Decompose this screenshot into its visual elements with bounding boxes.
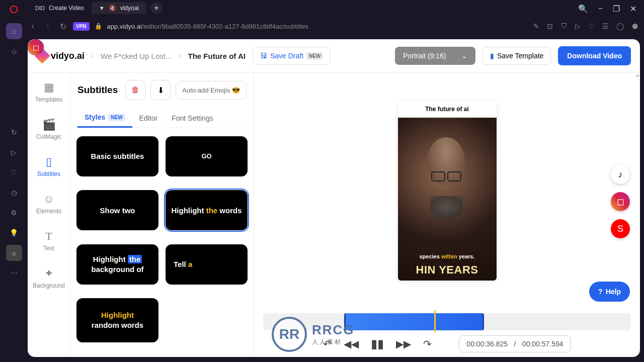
play-url-icon[interactable]: ▷ <box>575 22 581 30</box>
subtitle-overlay: species within years. <box>398 253 497 259</box>
clock-icon[interactable]: ◷ <box>6 185 22 201</box>
scrollbar[interactable] <box>635 74 639 352</box>
auto-emoji-button[interactable]: Auto-add Emojis 😎 <box>176 81 247 100</box>
tab-label: Styles <box>85 113 105 121</box>
cube-icon[interactable]: ⬢ <box>632 22 638 30</box>
templates-icon: ▦ <box>44 81 54 94</box>
settings-icon[interactable]: ⚙ <box>6 205 22 221</box>
nav-subtitles[interactable]: ▯ Subtitles <box>31 152 66 180</box>
nav-cutmagic[interactable]: 🎬 CutMagic <box>31 115 66 143</box>
star-icon[interactable]: ☆ <box>6 43 22 59</box>
cutmagic-icon: 🎬 <box>42 118 56 131</box>
chevron-right-icon: › <box>179 52 181 59</box>
minimize-icon[interactable]: − <box>598 4 603 14</box>
style-highlight-words[interactable]: Highlight the words <box>166 190 248 230</box>
restore-icon[interactable]: ❐ <box>613 4 620 14</box>
style-show-two[interactable]: Show two <box>76 190 158 230</box>
brand[interactable]: vidyo.ai <box>37 50 85 61</box>
elements-icon: ☺ <box>43 193 54 206</box>
heart-url-icon[interactable]: ♡ <box>588 22 595 30</box>
style-tell[interactable]: Tell a <box>166 244 248 285</box>
more-icon[interactable]: ⋯ <box>6 265 22 281</box>
video-preview[interactable]: The future of ai species within years. H… <box>398 101 497 281</box>
tab-label: Create Video <box>49 5 84 12</box>
subtitles-panel: Subtitles 🗑 ⬇ Auto-add Emojis 😎 Styles N… <box>70 72 254 357</box>
instagram-button[interactable]: ◻ <box>611 192 630 211</box>
url-field[interactable]: app.vidyo.ai/editor/9ba80535-865f-4302-a… <box>107 23 528 30</box>
redo-icon[interactable]: ↷ <box>423 338 432 350</box>
aspect-ratio-dropdown[interactable]: Portrait (9:16) ⌄ <box>395 47 475 65</box>
breadcrumb-current[interactable]: The Future of AI <box>188 52 245 60</box>
back-icon[interactable]: ‹ <box>28 22 38 31</box>
style-basic[interactable]: Basic subtitles <box>76 136 158 176</box>
url-path: /editor/9ba80535-865f-4302-a127-6d961c8d… <box>142 23 308 30</box>
search-icon[interactable]: 🔍 <box>578 4 588 14</box>
a-badge-icon[interactable]: a <box>6 245 22 261</box>
tab-styles[interactable]: Styles NEW <box>77 108 132 128</box>
play-sidebar-icon[interactable]: ▷ <box>6 144 22 160</box>
style-highlight-bg[interactable]: Highlight the background of <box>76 244 158 285</box>
save-icon: 🖫 <box>260 52 267 60</box>
history-icon[interactable]: ↻ <box>6 124 22 140</box>
tab-editor[interactable]: Editor <box>132 108 165 128</box>
background-icon: ✦ <box>44 267 53 280</box>
left-nav: ▦ Templates 🎬 CutMagic ▯ Subtitles ☺ Ele… <box>28 72 70 357</box>
social-buttons: ♪ ◻ S <box>611 165 630 238</box>
panel-header: Subtitles 🗑 ⬇ Auto-add Emojis 😎 <box>70 72 254 108</box>
url-actions: ✎ ⊡ ⛉ ▷ ♡ ☰ ◯ ⬢ <box>533 22 638 30</box>
opera-sidebar: O ⌂ ☆ ✦ ◉ ✉ ✆ ➤ ◻ ↻ ▷ ♡ ◷ ⚙ 💡 a ⋯ <box>0 0 28 362</box>
nav-label: Background <box>33 282 65 289</box>
playhead[interactable] <box>434 310 436 332</box>
style-text: Tell <box>174 260 188 268</box>
help-button[interactable]: ? Help <box>589 282 630 302</box>
instagram-app-icon[interactable]: ◻ <box>28 39 44 55</box>
heart-icon[interactable]: ♡ <box>6 164 22 180</box>
nav-text[interactable]: T Text <box>31 227 66 255</box>
save-template-button[interactable]: ▮ Save Template <box>482 47 551 65</box>
breadcrumb[interactable]: We F*cked Up Lost... <box>101 52 172 60</box>
profile-icon[interactable]: ◯ <box>616 22 624 30</box>
preview-area: The future of ai species within years. H… <box>254 72 640 309</box>
tab-font-settings[interactable]: Font Settings <box>165 108 220 128</box>
home-icon[interactable]: ⌂ <box>6 23 22 39</box>
list-icon[interactable]: ☰ <box>602 22 609 30</box>
new-tab-button[interactable]: + <box>150 2 163 14</box>
subtitle-text: species <box>419 253 441 259</box>
watermark-big: RRCG <box>312 322 355 338</box>
url-host: app.vidyo.ai <box>107 23 142 30</box>
bulb-icon[interactable]: 💡 <box>6 225 22 241</box>
app-header: vidyo.ai › We F*cked Up Lost... › The Fu… <box>28 39 640 73</box>
download-video-button[interactable]: Download Video <box>558 46 631 65</box>
browser-tab-active[interactable]: ▼ 🔇 vidyoai <box>92 2 146 14</box>
close-icon[interactable]: ✕ <box>630 4 636 14</box>
shorts-button[interactable]: S <box>611 219 630 238</box>
camera-icon[interactable]: ⊡ <box>547 22 553 30</box>
nav-templates[interactable]: ▦ Templates <box>31 78 66 106</box>
text-icon: T <box>45 230 52 243</box>
tab-favicon: ▼ <box>99 5 105 11</box>
timeline-clip[interactable] <box>344 313 484 330</box>
forward-icon[interactable]: ▶▶ <box>396 338 411 350</box>
shield-icon[interactable]: ⛉ <box>560 22 568 30</box>
tiktok-button[interactable]: ♪ <box>611 165 630 184</box>
time-current: 00:00:36.825 <box>466 340 508 348</box>
download-subtitles-button[interactable]: ⬇ <box>150 80 171 100</box>
url-bar: ‹ › ↻ VPN 🔒 app.vidyo.ai/editor/9ba80535… <box>0 16 644 36</box>
save-draft-button[interactable]: 🖫 Save Draft NEW <box>253 47 331 65</box>
browser-tab[interactable]: DID Create Video <box>28 2 92 14</box>
subtitle-text: years. <box>457 253 475 259</box>
vpn-badge[interactable]: VPN <box>73 22 90 31</box>
style-text: Highlight <box>172 206 206 215</box>
help-icon: ? <box>598 288 603 296</box>
style-text: Highlight <box>93 255 128 263</box>
play-pause-icon[interactable]: ▮▮ <box>371 337 384 351</box>
edit-icon[interactable]: ✎ <box>533 22 539 30</box>
style-go[interactable]: GO <box>166 136 248 176</box>
save-template-label: Save Template <box>497 52 543 60</box>
nav-elements[interactable]: ☺ Elements <box>31 190 66 218</box>
nav-background[interactable]: ✦ Background <box>31 264 66 292</box>
reload-icon[interactable]: ↻ <box>58 22 68 31</box>
style-random-words[interactable]: Highlightrandom words <box>76 298 158 342</box>
forward-icon[interactable]: › <box>43 22 53 31</box>
delete-button[interactable]: 🗑 <box>125 80 145 100</box>
